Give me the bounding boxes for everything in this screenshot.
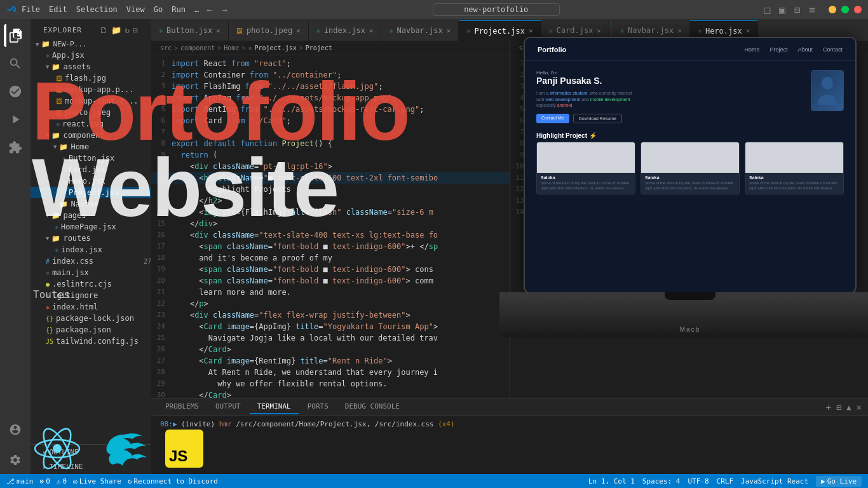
git-branch-label: main: [17, 477, 34, 485]
panel-tab-problems[interactable]: PROBLEMS: [158, 400, 207, 414]
tree-item-flash[interactable]: 🖼 flash.jpg: [31, 72, 151, 84]
tree-item-hero[interactable]: ⚛ Hero.jsx: [31, 175, 151, 187]
tree-item-gitignore[interactable]: ⎋ .gitignore: [31, 290, 151, 301]
tree-project-root[interactable]: ▼ 📁 NEW-P...: [31, 39, 151, 50]
tree-item-project[interactable]: ⚛ Project.jsx: [31, 187, 151, 198]
go-live-label: Go Live: [827, 477, 857, 485]
close-button[interactable]: [854, 6, 862, 13]
account-icon[interactable]: [4, 418, 27, 441]
tree-item-react-svg[interactable]: ⚛ react.svg: [31, 118, 151, 130]
code-line: 12 Highlight Projects: [151, 184, 510, 195]
tab-close-navbar[interactable]: ×: [447, 27, 451, 35]
tab-close-hero[interactable]: ×: [746, 27, 750, 35]
tree-item-card[interactable]: ⚛ Card.jsx: [31, 164, 151, 175]
tree-item-tailwind[interactable]: JS tailwind.config.js: [31, 336, 151, 347]
tab-close-photo[interactable]: ×: [296, 27, 301, 35]
git-activity-icon[interactable]: [4, 80, 27, 103]
tree-item-button[interactable]: ⚛ Button.jsx: [31, 152, 151, 164]
tab-project-jsx[interactable]: ⚛ Project.jsx ×: [459, 20, 541, 41]
menu-file[interactable]: File: [22, 5, 40, 14]
tree-item-package[interactable]: {} package.json: [31, 324, 151, 336]
tree-item-routes[interactable]: ▼ 📁 routes: [31, 233, 151, 244]
tree-item-pages[interactable]: ▼ 📁 pages: [31, 210, 151, 221]
tab-photo-jpeg[interactable]: 🖼 photo.jpeg ×: [229, 20, 309, 41]
tree-item-mockup-app[interactable]: 🖼 mockup-app.p...: [31, 84, 151, 95]
tree-item-index-jsx[interactable]: ⚛ index.jsx: [31, 244, 151, 255]
tree-item-mockup-rent[interactable]: 🖼 mockup-rent-c...: [31, 95, 151, 107]
go-live-item[interactable]: ▶ Go Live: [816, 476, 862, 487]
tree-item-assets[interactable]: ▼ 📁 assets: [31, 61, 151, 72]
tree-item-photo[interactable]: 🖼 photo.jpeg: [31, 107, 151, 118]
panel-tab-output[interactable]: OUTPUT: [208, 400, 248, 414]
menu-go[interactable]: Go: [154, 5, 163, 14]
menu-run[interactable]: Run: [172, 5, 186, 14]
tree-item-package-lock[interactable]: {} package-lock.json: [31, 313, 151, 324]
encoding-item[interactable]: UTF-8: [688, 477, 709, 485]
eol-item[interactable]: CRLF: [717, 477, 734, 485]
explorer-activity-icon[interactable]: [4, 24, 27, 47]
panel-add-icon[interactable]: +: [825, 402, 831, 412]
forward-button[interactable]: →: [222, 4, 227, 15]
extensions-activity-icon[interactable]: [4, 136, 27, 159]
tree-item-home[interactable]: ▼ 📁 Home: [31, 141, 151, 152]
panel-tab-debug[interactable]: DEBUG CONSOLE: [337, 400, 407, 414]
tab-close-button-jsx[interactable]: ×: [216, 27, 220, 35]
menu-more[interactable]: …: [194, 5, 199, 14]
panel-tab-terminal[interactable]: TERMINAL: [250, 400, 299, 414]
panel-arrow-icon[interactable]: ▲: [846, 403, 851, 412]
live-share-item[interactable]: ◎ Live Share: [73, 477, 121, 485]
tab-close-index[interactable]: ×: [369, 27, 374, 35]
warnings-item[interactable]: ⚠ 0: [57, 477, 67, 485]
tab-hero-jsx[interactable]: ⚛ Hero.jsx ×: [690, 20, 758, 41]
tab-navbar-jsx-2[interactable]: ⚛ Navbar.jsx ×: [613, 20, 690, 41]
left-code-editor[interactable]: 1 import React from "react"; 2 import Co…: [151, 55, 510, 398]
menu-edit[interactable]: Edit: [49, 5, 67, 14]
timeline-section[interactable]: ▶ TIMELINE: [31, 459, 151, 474]
search-activity-icon[interactable]: [4, 52, 27, 75]
tree-item-navbar[interactable]: ▶ 📁 Navbar: [31, 198, 151, 210]
code-line: 14 <Button className="bg-gradient-to-r ■…: [510, 207, 869, 218]
layout-icon-1[interactable]: □: [764, 4, 770, 16]
spaces-item[interactable]: Spaces: 4: [642, 477, 681, 485]
tree-item-eslint[interactable]: ● .eslintrc.cjs: [31, 278, 151, 290]
collapse-icon[interactable]: ⊟: [133, 25, 139, 35]
new-folder-icon[interactable]: 📁: [111, 25, 122, 35]
position-item[interactable]: Ln 1, Col 1: [588, 477, 635, 485]
tab-close-navbar-2[interactable]: ×: [677, 27, 682, 35]
tree-item-component[interactable]: ▼ 📁 component: [31, 130, 151, 141]
tab-navbar-jsx[interactable]: ⚛ Navbar.jsx ×: [381, 20, 459, 41]
minimize-button[interactable]: [829, 6, 836, 13]
right-code-editor[interactable]: 1 import Container from "../container"; …: [510, 55, 869, 398]
panel-split-icon[interactable]: ⊟: [836, 402, 841, 412]
tab-button-jsx[interactable]: ⚛ Button.jsx ×: [151, 20, 229, 41]
tab-card-jsx[interactable]: ⚛ Card.jsx ×: [541, 20, 609, 41]
layout-icon-2[interactable]: ▣: [779, 4, 785, 16]
refresh-icon[interactable]: ↻: [125, 25, 130, 35]
settings-icon[interactable]: [4, 449, 27, 471]
tab-index-jsx[interactable]: ⚛ index.jsx ×: [309, 20, 382, 41]
language-item[interactable]: JavaScript React: [741, 477, 808, 485]
debug-activity-icon[interactable]: [4, 108, 27, 131]
new-file-icon[interactable]: 🗋: [100, 25, 109, 35]
back-button[interactable]: ←: [207, 4, 212, 15]
tab-close-project[interactable]: ×: [529, 27, 533, 35]
git-branch-item[interactable]: ⎇ main: [6, 477, 34, 485]
outline-section[interactable]: ▶ OUTLINE: [31, 445, 151, 459]
panel-close-icon[interactable]: ×: [857, 402, 862, 412]
menu-selection[interactable]: Selection: [76, 5, 118, 14]
tree-item-main-jsx[interactable]: ⚛ main.jsx: [31, 267, 151, 278]
tab-close-card[interactable]: ×: [597, 27, 601, 35]
search-box[interactable]: new-portofolio: [433, 3, 560, 16]
errors-item[interactable]: ⊗ 0: [40, 477, 50, 485]
tree-item-index-css[interactable]: # index.css 27: [31, 255, 151, 267]
panel-tab-ports[interactable]: PORTS: [300, 400, 336, 414]
menu-view[interactable]: View: [126, 5, 145, 14]
discord-item[interactable]: ↻ Reconnect to Discord: [128, 477, 218, 485]
layout-icon-3[interactable]: ⊟: [794, 4, 801, 16]
tree-item-index-html[interactable]: ◈ index.html: [31, 301, 151, 313]
menu-bar[interactable]: File Edit Selection View Go Run …: [22, 5, 199, 14]
tree-item-app[interactable]: ⚛ App.jsx: [31, 50, 151, 61]
maximize-button[interactable]: [841, 6, 849, 13]
layout-icon-4[interactable]: ≡: [809, 4, 815, 16]
tree-item-homepage[interactable]: ⚛ HomePage.jsx: [31, 221, 151, 233]
